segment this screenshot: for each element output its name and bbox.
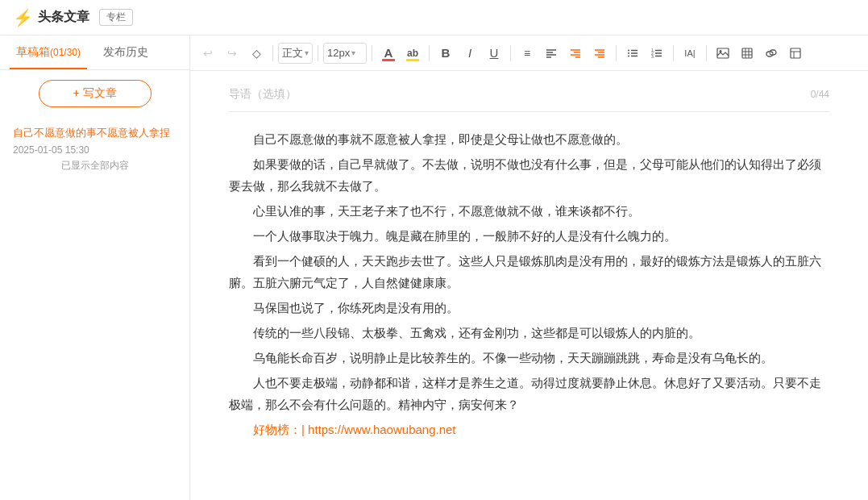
intro-count: 0/44: [811, 89, 829, 100]
write-article-button[interactable]: + 写文章: [39, 80, 152, 107]
underline-button[interactable]: U: [483, 42, 505, 65]
intro-placeholder-text: 导语（选填）: [229, 87, 297, 102]
image-button[interactable]: [712, 42, 734, 65]
align-right-button[interactable]: [564, 42, 587, 65]
footer-link[interactable]: 好物榜：| https://www.haowubang.net: [253, 423, 456, 436]
separator-5: [510, 45, 511, 61]
list-ol-button[interactable]: 1. 2. 3.: [646, 42, 668, 65]
paragraph-10: 好物榜：| https://www.haowubang.net: [229, 419, 829, 440]
paragraph-6: 马保国也说了，你练死肉是没有用的。: [229, 297, 829, 319]
logo-icon: ⚡: [13, 8, 33, 27]
logo-text: 头条文章: [38, 9, 89, 26]
separator-2: [318, 45, 318, 61]
redo-button[interactable]: ↪: [221, 42, 243, 65]
paragraph-5: 看到一个健硕的人，天天跑步去世了。这些人只是锻炼肌肉是没有用的，最好的锻炼方法是…: [229, 250, 829, 294]
fontsize-arrow: ▾: [351, 48, 355, 57]
align-left-button[interactable]: [540, 42, 563, 65]
content-body[interactable]: 自己不愿意做的事就不愿意被人拿捏，即使是父母让做也不愿意做的。 如果要做的话，自…: [229, 128, 829, 440]
svg-point-12: [628, 49, 629, 51]
fontcolor-button[interactable]: A: [377, 42, 400, 65]
paragraph-9: 人也不要走极端，动静都和谐，这样才是养生之道。动得过度就要静止休息。休息好了又要…: [229, 372, 829, 415]
separator-3: [372, 45, 372, 61]
tab-draft[interactable]: 草稿箱(01/30): [10, 35, 87, 69]
editor-area: ↩ ↪ ◇ 正文 ▾ 12px ▾ A ab: [190, 35, 868, 500]
bold-button[interactable]: B: [434, 42, 457, 65]
special-tag[interactable]: 专栏: [99, 9, 133, 26]
italic-button[interactable]: I: [459, 42, 481, 65]
paragraph-1: 自己不愿意做的事就不愿意被人拿捏，即使是父母让做也不愿意做的。: [229, 128, 829, 150]
view-all-label: 已显示全部内容: [13, 159, 177, 173]
fullscreen-button[interactable]: [784, 42, 807, 65]
svg-rect-31: [791, 48, 800, 58]
main-layout: 草稿箱(01/30) 发布历史 + 写文章 自己不愿意做的事不愿意被人拿捏 20…: [0, 35, 868, 500]
clear-format-button[interactable]: ◇: [245, 42, 268, 65]
separator-8: [706, 45, 707, 61]
list-item[interactable]: 自己不愿意做的事不愿意被人拿捏 2025-01-05 15:30 已显示全部内容: [0, 117, 189, 181]
style-select[interactable]: 正文 ▾: [278, 43, 313, 64]
fontsize-select[interactable]: 12px ▾: [323, 43, 367, 64]
top-header: ⚡ 头条文章 专栏: [0, 0, 868, 35]
indent-button[interactable]: [588, 42, 611, 65]
separator-7: [673, 45, 674, 61]
paragraph-4: 一个人做事取决于魄力。魄是藏在肺里的，一般肺不好的人是没有什么魄力的。: [229, 225, 829, 247]
svg-point-16: [628, 55, 629, 56]
svg-rect-24: [717, 48, 729, 58]
link-button[interactable]: [760, 42, 783, 65]
paragraph-2: 如果要做的话，自己早就做了。不去做，说明不做也没有什么事，但是，父母可能从他们的…: [229, 153, 829, 197]
tab-history[interactable]: 发布历史: [97, 35, 155, 69]
separator-6: [616, 45, 617, 61]
toolbar: ↩ ↪ ◇ 正文 ▾ 12px ▾ A ab: [190, 35, 868, 71]
list-ul-button[interactable]: [621, 42, 644, 65]
article-date: 2025-01-05 15:30: [13, 144, 177, 156]
svg-rect-26: [742, 48, 752, 58]
article-title: 自己不愿意做的事不愿意被人拿捏: [13, 125, 177, 141]
separator-4: [429, 45, 430, 61]
editor-content[interactable]: 导语（选填） 0/44 自己不愿意做的事就不愿意被人拿捏，即使是父母让做也不愿意…: [190, 71, 868, 500]
highlight-button[interactable]: ab: [401, 42, 424, 65]
align-justify-button[interactable]: ≡: [516, 42, 538, 65]
separator-1: [272, 45, 273, 61]
line-height-button[interactable]: IA|: [679, 42, 701, 65]
svg-point-14: [628, 52, 629, 54]
paragraph-3: 心里认准的事，天王老子来了也不行，不愿意做就不做，谁来谈都不行。: [229, 200, 829, 222]
undo-button[interactable]: ↩: [197, 42, 219, 65]
paragraph-7: 传统的一些八段锦、太极拳、五禽戏，还有金刚功，这些都是可以锻炼人的内脏的。: [229, 322, 829, 344]
logo-area: ⚡ 头条文章: [13, 8, 89, 27]
intro-area: 导语（选填） 0/44: [229, 87, 829, 112]
table-button[interactable]: [736, 42, 758, 65]
sidebar: 草稿箱(01/30) 发布历史 + 写文章 自己不愿意做的事不愿意被人拿捏 20…: [0, 35, 190, 500]
style-arrow: ▾: [305, 48, 309, 57]
sidebar-tabs: 草稿箱(01/30) 发布历史: [0, 35, 189, 70]
svg-text:3.: 3.: [651, 54, 654, 59]
paragraph-8: 乌龟能长命百岁，说明静止是比较养生的。不像一些动物，天天蹦蹦跳跳，寿命是没有乌龟…: [229, 347, 829, 369]
